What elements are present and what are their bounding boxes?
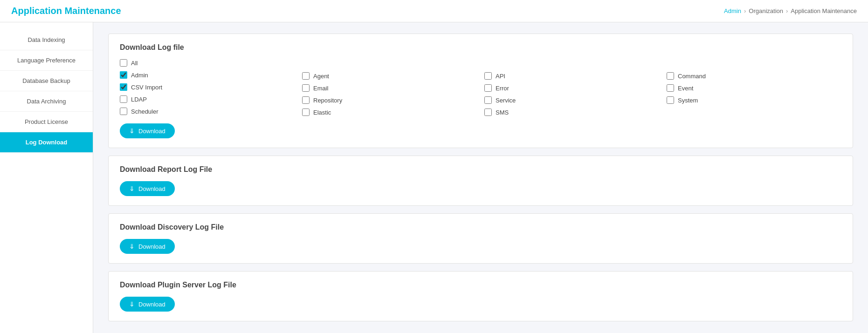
section-download-report-log: Download Report Log File ⇓ Download — [108, 156, 853, 206]
app-title: Application Maintenance — [11, 6, 121, 16]
download-discovery-log-button[interactable]: ⇓ Download — [120, 239, 175, 254]
checkbox-command-input[interactable] — [667, 72, 674, 80]
checkbox-event-input[interactable] — [667, 84, 674, 92]
checkbox-admin[interactable]: Admin — [120, 71, 295, 79]
checkbox-repository[interactable]: Repository — [302, 96, 477, 104]
checkbox-repository-input[interactable] — [302, 96, 310, 104]
checkbox-ldap[interactable]: LDAP — [120, 95, 295, 103]
section-title-download-report-log: Download Report Log File — [120, 165, 841, 174]
checkbox-elastic-input[interactable] — [302, 109, 310, 116]
download-icon-3: ⇓ — [129, 243, 135, 250]
section-title-download-plugin-server-log: Download Plugin Server Log File — [120, 281, 841, 289]
section-title-download-log-file: Download Log file — [120, 43, 841, 52]
download-log-file-button[interactable]: ⇓ Download — [120, 123, 175, 138]
checkbox-all[interactable]: All — [120, 59, 295, 67]
section-download-log-file: Download Log file All Admin CSV Import L… — [108, 34, 853, 148]
sidebar: Data Indexing Language Preference Databa… — [0, 22, 93, 333]
checkbox-sms-input[interactable] — [484, 109, 492, 116]
checkbox-scheduler[interactable]: Scheduler — [120, 108, 295, 115]
checkbox-csv-import[interactable]: CSV Import — [120, 83, 295, 91]
breadcrumb-sep-1: › — [744, 7, 746, 14]
checkbox-system-input[interactable] — [667, 96, 674, 104]
sidebar-item-log-download[interactable]: Log Download — [0, 132, 93, 153]
checkbox-api[interactable]: API — [484, 72, 659, 80]
checkbox-agent-input[interactable] — [302, 72, 310, 80]
checkbox-system[interactable]: System — [667, 96, 841, 104]
checkbox-error-input[interactable] — [484, 84, 492, 92]
checkbox-service-input[interactable] — [484, 96, 492, 104]
checkbox-agent[interactable]: Agent — [302, 72, 477, 80]
download-report-log-label: Download — [138, 185, 165, 192]
section-title-download-discovery-log: Download Discovery Log File — [120, 223, 841, 231]
main-content: Download Log file All Admin CSV Import L… — [93, 22, 868, 333]
checkbox-csv-import-input[interactable] — [120, 83, 127, 91]
checkbox-all-input[interactable] — [120, 59, 127, 67]
sidebar-item-data-indexing[interactable]: Data Indexing — [0, 30, 93, 50]
checkbox-elastic[interactable]: Elastic — [302, 109, 477, 116]
sidebar-item-database-backup[interactable]: Database Backup — [0, 71, 93, 91]
app-header: Application Maintenance Admin › Organiza… — [0, 0, 868, 22]
breadcrumb-sep-2: › — [786, 7, 788, 14]
sidebar-item-product-license[interactable]: Product License — [0, 112, 93, 132]
breadcrumb-admin[interactable]: Admin — [724, 7, 741, 14]
checkbox-email[interactable]: Email — [302, 84, 477, 92]
download-plugin-server-log-label: Download — [138, 301, 165, 308]
checkbox-error[interactable]: Error — [484, 84, 659, 92]
download-icon-1: ⇓ — [129, 127, 135, 135]
checkbox-service[interactable]: Service — [484, 96, 659, 104]
download-discovery-log-label: Download — [138, 243, 165, 250]
breadcrumb-current: Application Maintenance — [791, 7, 857, 14]
download-log-file-label: Download — [138, 128, 165, 135]
checkbox-api-input[interactable] — [484, 72, 492, 80]
checkbox-command[interactable]: Command — [667, 72, 841, 80]
main-layout: Data Indexing Language Preference Databa… — [0, 22, 868, 333]
download-plugin-server-log-button[interactable]: ⇓ Download — [120, 297, 175, 312]
sidebar-item-data-archiving[interactable]: Data Archiving — [0, 91, 93, 112]
download-icon-4: ⇓ — [129, 300, 135, 308]
checkbox-email-input[interactable] — [302, 84, 310, 92]
breadcrumb-org: Organization — [749, 7, 783, 14]
section-download-plugin-server-log: Download Plugin Server Log File ⇓ Downlo… — [108, 271, 853, 321]
section-download-discovery-log: Download Discovery Log File ⇓ Download — [108, 213, 853, 264]
download-icon-2: ⇓ — [129, 185, 135, 192]
checkboxes-grid: All Admin CSV Import LDAP Scheduler — [120, 59, 841, 116]
download-report-log-button[interactable]: ⇓ Download — [120, 181, 175, 196]
breadcrumb: Admin › Organization › Application Maint… — [724, 7, 857, 14]
sidebar-item-language-preference[interactable]: Language Preference — [0, 50, 93, 71]
checkbox-event[interactable]: Event — [667, 84, 841, 92]
checkbox-scheduler-input[interactable] — [120, 108, 127, 115]
checkbox-admin-input[interactable] — [120, 71, 127, 79]
checkbox-ldap-input[interactable] — [120, 95, 127, 103]
checkbox-sms[interactable]: SMS — [484, 109, 659, 116]
